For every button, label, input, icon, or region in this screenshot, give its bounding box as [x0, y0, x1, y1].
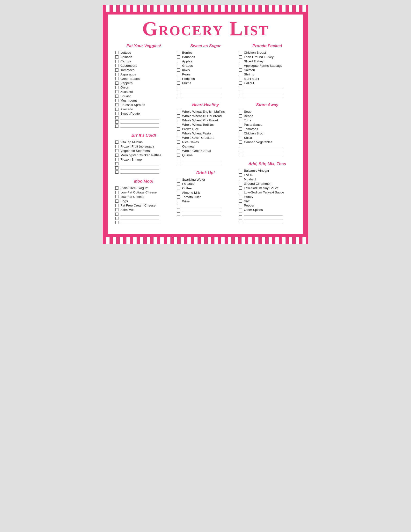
checkbox[interactable]	[115, 64, 119, 67]
checkbox[interactable]	[177, 158, 180, 161]
checkbox[interactable]	[239, 178, 242, 181]
list-item[interactable]: Tomato Juice	[177, 195, 234, 199]
list-item[interactable]: Mustard	[239, 178, 296, 181]
list-item[interactable]: Wine	[177, 200, 234, 203]
checkbox[interactable]	[115, 60, 119, 63]
checkbox[interactable]	[239, 60, 242, 63]
list-item[interactable]: VitaTop Muffins	[115, 140, 172, 144]
checkbox[interactable]	[239, 195, 242, 198]
list-item[interactable]: Honey	[239, 195, 296, 199]
blank-item[interactable]	[177, 208, 234, 211]
list-item[interactable]: Spinach	[115, 55, 172, 59]
checkbox[interactable]	[239, 64, 242, 67]
list-item[interactable]: Low-Fat Cheese	[115, 195, 172, 199]
list-item[interactable]: Shrimp	[239, 73, 296, 76]
checkbox[interactable]	[177, 195, 180, 199]
checkbox[interactable]	[239, 90, 242, 93]
checkbox[interactable]	[239, 86, 242, 89]
list-item[interactable]: Salmon	[239, 68, 296, 72]
checkbox[interactable]	[177, 136, 180, 139]
list-item[interactable]: Pepper	[239, 204, 296, 207]
checkbox[interactable]	[177, 191, 180, 194]
blank-item[interactable]	[115, 216, 172, 220]
checkbox[interactable]	[239, 51, 242, 54]
checkbox[interactable]	[177, 153, 180, 157]
list-item[interactable]: Whole Wheat Pita Bread	[177, 118, 234, 122]
blank-item[interactable]	[177, 158, 234, 161]
checkbox[interactable]	[239, 191, 242, 194]
checkbox[interactable]	[177, 77, 180, 80]
checkbox[interactable]	[239, 153, 242, 156]
list-item[interactable]: Carrots	[115, 59, 172, 63]
blank-item[interactable]	[239, 149, 296, 152]
list-item[interactable]: Quinoa	[177, 153, 234, 157]
checkbox[interactable]	[115, 116, 119, 119]
list-item[interactable]: Peaches	[177, 77, 234, 81]
checkbox[interactable]	[115, 99, 119, 102]
checkbox[interactable]	[115, 73, 119, 76]
list-item[interactable]: Frozen Fruit (no sugar)	[115, 145, 172, 148]
list-item[interactable]: Chicken Breast	[239, 51, 296, 54]
checkbox[interactable]	[239, 208, 242, 211]
checkbox[interactable]	[177, 212, 180, 216]
checkbox[interactable]	[177, 178, 180, 181]
checkbox[interactable]	[239, 132, 242, 135]
checkbox[interactable]	[239, 123, 242, 126]
checkbox[interactable]	[239, 217, 242, 220]
checkbox[interactable]	[177, 114, 180, 117]
list-item[interactable]: Sliced Turkey	[239, 59, 296, 63]
blank-item[interactable]	[115, 220, 172, 224]
checkbox[interactable]	[115, 191, 119, 194]
list-item[interactable]: Tuna	[239, 118, 296, 122]
list-item[interactable]: Lean Ground Turkey	[239, 55, 296, 59]
list-item[interactable]: Whole Grain Crackers	[177, 136, 234, 140]
checkbox[interactable]	[115, 124, 119, 128]
checkbox[interactable]	[115, 141, 119, 144]
checkbox[interactable]	[177, 141, 180, 144]
checkbox[interactable]	[177, 51, 180, 54]
list-item[interactable]: Applegate Farms Sausage	[239, 64, 296, 67]
list-item[interactable]: Almond Milk	[177, 191, 234, 194]
checkbox[interactable]	[239, 173, 242, 177]
checkbox[interactable]	[177, 132, 180, 135]
list-item[interactable]: EVOO	[239, 173, 296, 177]
list-item[interactable]: Rice Cakes	[177, 140, 234, 144]
checkbox[interactable]	[177, 64, 180, 67]
checkbox[interactable]	[115, 108, 119, 111]
checkbox[interactable]	[115, 86, 119, 89]
checkbox[interactable]	[239, 82, 242, 85]
checkbox[interactable]	[177, 73, 180, 76]
blank-item[interactable]	[115, 170, 172, 174]
list-item[interactable]: Halibut	[239, 81, 296, 85]
blank-item[interactable]	[115, 166, 172, 170]
list-item[interactable]: Eggs	[115, 199, 172, 203]
checkbox[interactable]	[177, 55, 180, 58]
list-item[interactable]: Whole Wheat Pasta	[177, 132, 234, 135]
list-item[interactable]: Canned Vegetables	[239, 140, 296, 144]
checkbox[interactable]	[239, 119, 242, 122]
checkbox[interactable]	[115, 162, 119, 165]
checkbox[interactable]	[239, 127, 242, 131]
list-item[interactable]: Brussels Sprouts	[115, 103, 172, 107]
list-item[interactable]: Grapes	[177, 64, 234, 67]
checkbox[interactable]	[115, 95, 119, 98]
list-item[interactable]: Onion	[115, 86, 172, 89]
list-item[interactable]: Brown Rice	[177, 127, 234, 131]
checkbox[interactable]	[115, 195, 119, 198]
list-item[interactable]: Peppers	[115, 81, 172, 85]
checkbox[interactable]	[177, 149, 180, 152]
checkbox[interactable]	[177, 68, 180, 72]
list-item[interactable]: Pears	[177, 73, 234, 76]
checkbox[interactable]	[239, 186, 242, 190]
checkbox[interactable]	[115, 145, 119, 148]
checkbox[interactable]	[115, 90, 119, 93]
blank-item[interactable]	[177, 86, 234, 89]
checkbox[interactable]	[239, 141, 242, 144]
list-item[interactable]: Fat Free Cream Cheese	[115, 204, 172, 207]
list-item[interactable]: Balsamic Vinegar	[239, 169, 296, 172]
checkbox[interactable]	[177, 204, 180, 207]
list-item[interactable]: Plums	[177, 81, 234, 85]
checkbox[interactable]	[115, 158, 119, 161]
checkbox[interactable]	[115, 149, 119, 152]
list-item[interactable]: Whole Wheat English Muffins	[177, 110, 234, 114]
